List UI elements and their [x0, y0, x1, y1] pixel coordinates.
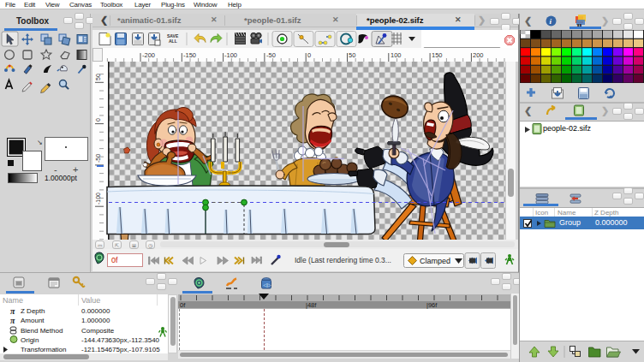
svg-text:0: 0: [95, 118, 101, 122]
svg-text:200: 200: [473, 51, 484, 59]
svg-text:Transformation: Transformation: [21, 346, 67, 353]
svg-text:-50: -50: [95, 154, 101, 163]
svg-text:|48f: |48f: [306, 301, 317, 309]
svg-text:-150: -150: [183, 51, 196, 59]
svg-text:-200: -200: [142, 51, 155, 59]
svg-text:50: 50: [95, 74, 101, 80]
svg-text:-100: -100: [224, 51, 237, 59]
svg-text:Blend Method: Blend Method: [21, 327, 63, 335]
svg-text:Idle (Last rendering time 0.3.: Idle (Last rendering time 0.3...: [295, 256, 391, 264]
svg-text:0f: 0f: [180, 301, 186, 309]
svg-text:1.000000: 1.000000: [81, 317, 110, 324]
svg-text:Clamped: Clamped: [420, 257, 450, 265]
svg-text:|96f: |96f: [426, 301, 438, 309]
svg-text:0f: 0f: [111, 256, 118, 264]
svg-text:100: 100: [391, 51, 402, 59]
svg-text:Composite: Composite: [81, 327, 115, 335]
svg-text:π: π: [10, 306, 15, 316]
svg-text:-144.473630px,-112.3540: -144.473630px,-112.3540: [81, 336, 160, 344]
svg-text:Amount: Amount: [21, 317, 45, 324]
svg-text:150: 150: [432, 51, 443, 59]
svg-text:Z Depth: Z Depth: [21, 307, 45, 315]
svg-text:50: 50: [349, 51, 355, 59]
svg-text:-100: -100: [95, 193, 101, 205]
svg-text:Origin: Origin: [21, 336, 39, 344]
svg-text:0: 0: [307, 51, 311, 59]
svg-text:-50: -50: [266, 51, 276, 59]
svg-text:ALL: ALL: [169, 39, 177, 44]
svg-text:π: π: [10, 316, 15, 325]
svg-text:0.000000: 0.000000: [81, 307, 110, 315]
svg-text:◁▷: ◁▷: [263, 282, 271, 288]
svg-text:-121.154675px,-107.9105: -121.154675px,-107.9105: [81, 346, 160, 353]
